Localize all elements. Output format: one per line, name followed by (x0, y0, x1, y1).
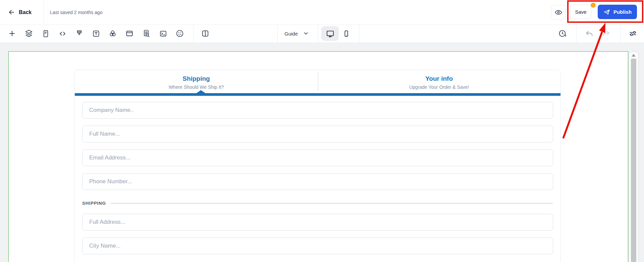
shipping-section-label: SHIPPING (82, 201, 106, 206)
desktop-preview-button[interactable] (321, 26, 339, 41)
editor-workspace: Shipping Where Should We Ship It? Your i… (0, 43, 644, 262)
chevron-down-icon (304, 32, 308, 35)
tab-shipping-subtitle: Where Should We Ship It? (169, 84, 224, 90)
divider (277, 24, 278, 43)
split-columns-icon[interactable] (201, 29, 210, 38)
canvas-scrollbar[interactable] (629, 52, 638, 262)
layers-icon[interactable] (24, 29, 33, 38)
guide-dropdown[interactable]: Guide (284, 24, 308, 43)
order-form-card: Shipping Where Should We Ship It? Your i… (74, 70, 561, 262)
divider (318, 24, 318, 43)
divider (359, 24, 359, 43)
tab-your-info-subtitle: Upgrade Your Order & Save! (409, 84, 469, 90)
active-tab-pointer (197, 90, 205, 93)
publish-label: Publish (613, 9, 632, 15)
divider (318, 73, 318, 90)
scrollbar-thumb[interactable] (631, 59, 636, 262)
eye-icon (554, 8, 562, 16)
page-outline-icon[interactable] (41, 29, 50, 38)
top-bar: Back Last saved 2 months ago Save Publis… (0, 0, 644, 25)
full-name-input[interactable] (82, 126, 553, 142)
typography-icon[interactable] (92, 29, 100, 38)
tab-your-info-title: Your info (425, 75, 453, 82)
back-label: Back (19, 9, 32, 15)
mobile-icon (342, 29, 351, 38)
last-saved-status: Last saved 2 months ago (50, 0, 102, 24)
company-name-input[interactable] (82, 102, 553, 119)
tab-shipping[interactable]: Shipping Where Should We Ship It? (75, 70, 318, 93)
save-button[interactable]: Save (570, 5, 591, 19)
undo-icon[interactable] (585, 29, 594, 38)
cookie-settings-icon[interactable] (175, 29, 184, 38)
unsaved-changes-dot (591, 3, 596, 8)
redo-icon[interactable] (602, 29, 610, 38)
styles-brush-icon[interactable] (75, 29, 84, 38)
email-address-input[interactable] (82, 149, 553, 166)
phone-number-input[interactable] (82, 173, 553, 190)
scroll-up-arrow[interactable] (632, 54, 636, 57)
back-button[interactable]: Back (8, 0, 32, 24)
editor-toolbar: Guide (0, 24, 644, 43)
form-fields: SHIPPING (75, 96, 560, 254)
toolbar-left-group (8, 24, 184, 43)
developer-console-icon[interactable] (159, 29, 167, 38)
mobile-preview-button[interactable] (341, 26, 352, 41)
publish-button[interactable]: Publish (598, 5, 637, 19)
divider (193, 24, 194, 43)
desktop-icon (326, 29, 335, 38)
send-icon (603, 8, 610, 16)
active-tab-indicator-bar (75, 93, 560, 96)
tab-shipping-title: Shipping (182, 75, 210, 82)
version-history-icon[interactable] (558, 29, 567, 38)
divider (44, 0, 44, 24)
section-icon[interactable] (125, 29, 134, 38)
preview-button[interactable] (551, 5, 566, 20)
page-seo-icon[interactable] (142, 29, 151, 38)
divider (576, 24, 577, 43)
guide-label: Guide (284, 31, 298, 37)
shipping-section-divider: SHIPPING (82, 201, 553, 206)
city-name-input[interactable] (82, 238, 553, 254)
divider (621, 24, 621, 43)
form-tabs: Shipping Where Should We Ship It? Your i… (75, 70, 560, 93)
full-address-input[interactable] (82, 214, 553, 231)
page-canvas[interactable]: Shipping Where Should We Ship It? Your i… (8, 51, 628, 262)
add-element-icon[interactable] (8, 29, 16, 38)
tab-your-info[interactable]: Your info Upgrade Your Order & Save! (318, 70, 560, 93)
custom-code-icon[interactable] (58, 29, 67, 38)
blend-colors-icon[interactable] (108, 29, 117, 38)
section-divider-line (110, 203, 553, 204)
page-settings-icon[interactable] (629, 29, 637, 38)
back-arrow-icon (8, 9, 15, 16)
